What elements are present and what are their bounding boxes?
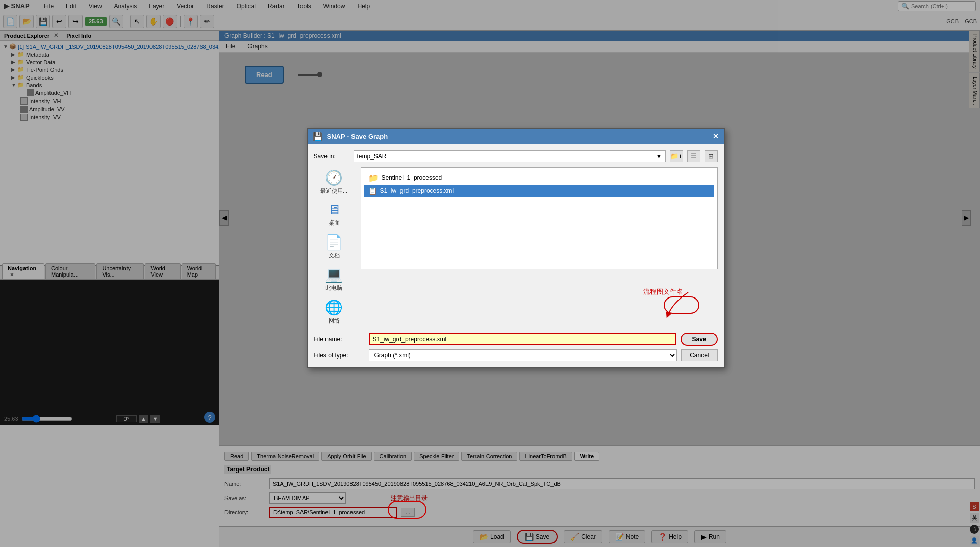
- files-type-row: Files of type: Graph (*.xml) Cancel: [314, 349, 718, 361]
- files-type-label: Files of type:: [314, 352, 365, 359]
- dialog-title: SNAP - Save Graph: [327, 133, 388, 140]
- nav-recent[interactable]: 🕐 最近使用...: [314, 167, 355, 197]
- nav-network[interactable]: 🌐 网络: [314, 297, 355, 327]
- xml-file-icon: 📋: [368, 187, 377, 195]
- save-graph-dialog: 💾 SNAP - Save Graph ✕ Save in: temp_SAR …: [307, 128, 725, 368]
- view-menu-btn[interactable]: ☰: [687, 150, 700, 162]
- save-in-dropdown-icon: ▼: [656, 153, 662, 160]
- documents-label: 文档: [329, 252, 340, 259]
- nav-computer[interactable]: 💻 此电脑: [314, 264, 355, 294]
- dialog-snap-icon: 💾: [313, 132, 323, 141]
- dialog-body: Save in: temp_SAR ▼ 📁+ ☰ ⊞ 🕐 最近使用...: [308, 144, 724, 367]
- folder-sentinel-icon: 📁: [368, 173, 379, 183]
- dialog-close-btn[interactable]: ✕: [713, 132, 719, 140]
- dialog-overlay: 💾 SNAP - Save Graph ✕ Save in: temp_SAR …: [0, 0, 980, 547]
- save-in-label: Save in:: [314, 153, 349, 160]
- folder-sentinel-label: Sentinel_1_processed: [382, 174, 442, 181]
- file-list: 📁 Sentinel_1_processed 📋 S1_iw_grd_prepr…: [361, 167, 718, 269]
- dialog-main-area: 🕐 最近使用... 🖥 桌面 📄 文档 💻 此电脑: [314, 167, 718, 327]
- xml-file-label: S1_iw_grd_preprocess.xml: [380, 187, 454, 194]
- dialog-left-nav: 🕐 最近使用... 🖥 桌面 📄 文档 💻 此电脑: [314, 167, 355, 327]
- save-in-combo[interactable]: temp_SAR ▼: [354, 150, 666, 162]
- dialog-save-btn[interactable]: Save: [681, 333, 717, 346]
- file-name-input[interactable]: [369, 333, 677, 345]
- file-name-row: File name: Save: [314, 333, 718, 346]
- file-xml[interactable]: 📋 S1_iw_grd_preprocess.xml: [364, 185, 714, 197]
- documents-icon: 📄: [325, 234, 343, 251]
- computer-label: 此电脑: [325, 284, 342, 292]
- save-in-value: temp_SAR: [357, 153, 387, 160]
- nav-desktop[interactable]: 🖥 桌面: [314, 200, 355, 229]
- recent-label: 最近使用...: [320, 187, 347, 195]
- recent-icon: 🕐: [325, 169, 343, 186]
- dialog-titlebar: 💾 SNAP - Save Graph ✕: [308, 129, 724, 144]
- dialog-footer: File name: Save Files of type: Graph (*.…: [314, 333, 718, 361]
- computer-icon: 💻: [325, 266, 343, 283]
- network-label: 网络: [329, 317, 340, 325]
- new-folder-btn[interactable]: 📁+: [670, 150, 683, 162]
- view-toggle-btn[interactable]: ⊞: [705, 150, 718, 162]
- save-btn-container: Save: [681, 333, 717, 346]
- nav-documents[interactable]: 📄 文档: [314, 232, 355, 261]
- folder-sentinel[interactable]: 📁 Sentinel_1_processed: [364, 171, 714, 185]
- desktop-icon: 🖥: [328, 202, 341, 218]
- network-icon: 🌐: [325, 299, 343, 316]
- file-name-label: File name:: [314, 336, 365, 343]
- desktop-label: 桌面: [329, 219, 340, 227]
- dialog-cancel-btn[interactable]: Cancel: [681, 349, 717, 361]
- save-in-row: Save in: temp_SAR ▼ 📁+ ☰ ⊞: [314, 150, 718, 162]
- files-type-select[interactable]: Graph (*.xml): [369, 349, 677, 361]
